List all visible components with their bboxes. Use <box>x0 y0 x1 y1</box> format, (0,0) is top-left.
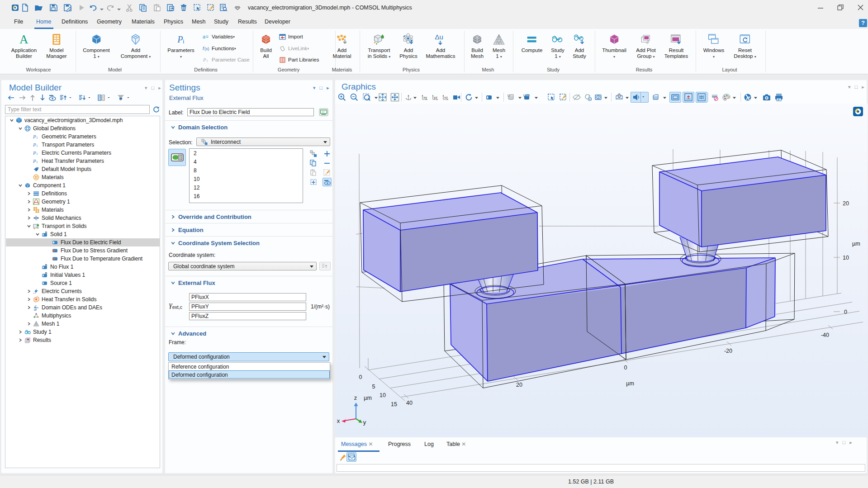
svg-text:0: 0 <box>624 365 627 371</box>
svg-text:i: i <box>37 152 38 156</box>
svg-text:yz: yz <box>434 95 437 99</box>
svg-text:40: 40 <box>406 400 413 406</box>
svg-text:-20: -20 <box>724 348 732 354</box>
svg-text:P: P <box>177 34 183 44</box>
svg-text:µm: µm <box>626 380 634 387</box>
svg-text:10: 10 <box>379 392 386 398</box>
svg-text:(x): (x) <box>204 47 209 51</box>
svg-text:_: _ <box>37 291 39 294</box>
svg-text:+: + <box>33 292 35 294</box>
svg-text:P: P <box>203 57 206 62</box>
svg-text:i: i <box>37 160 38 164</box>
svg-text:P: P <box>33 150 36 156</box>
svg-text:P: P <box>33 134 36 139</box>
svg-text:20: 20 <box>516 382 522 388</box>
svg-text:x: x <box>337 417 340 424</box>
svg-text:y: y <box>363 419 366 426</box>
svg-text:0: 0 <box>844 309 847 315</box>
svg-text:10: 10 <box>843 255 849 261</box>
svg-text:15: 15 <box>391 401 397 407</box>
svg-text:A: A <box>19 33 28 46</box>
svg-text:P: P <box>33 158 36 164</box>
svg-text:i: i <box>37 144 38 148</box>
svg-text:=: = <box>206 34 209 39</box>
svg-text:20: 20 <box>843 200 849 207</box>
svg-text:P: P <box>33 142 36 147</box>
svg-text:5: 5 <box>372 384 375 390</box>
svg-text:z: z <box>354 394 357 401</box>
svg-text:Δu: Δu <box>435 33 443 41</box>
svg-text:a: a <box>203 34 205 39</box>
svg-text:-40: -40 <box>821 332 829 338</box>
svg-text:i: i <box>207 59 208 63</box>
svg-text:xy: xy <box>423 95 427 99</box>
svg-text:xz: xz <box>444 95 448 99</box>
svg-text:i: i <box>37 136 38 140</box>
svg-text:dt: dt <box>34 308 37 311</box>
svg-text:i: i <box>183 38 184 45</box>
svg-text:µm: µm <box>364 395 372 401</box>
svg-text:µm: µm <box>852 241 860 247</box>
svg-text:0: 0 <box>359 374 362 380</box>
